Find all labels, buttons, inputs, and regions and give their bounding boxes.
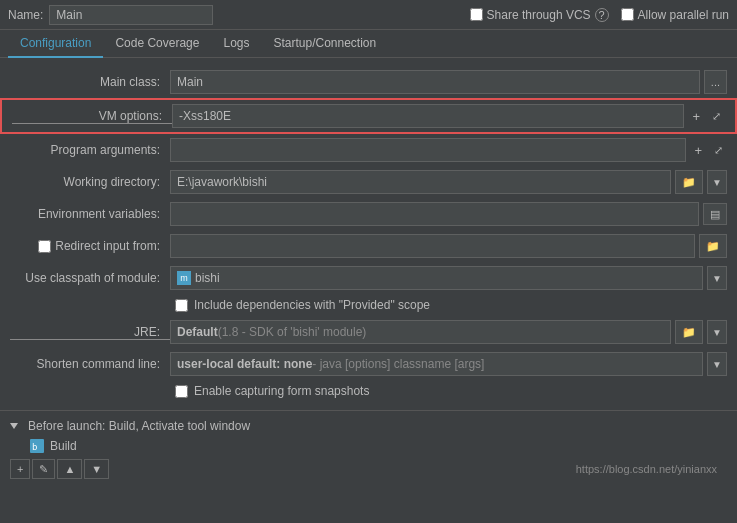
enable-capturing-label: Enable capturing form snapshots (194, 384, 369, 398)
vm-options-row: VM options: + ⤢ (0, 98, 737, 134)
footer-url: https://blog.csdn.net/yinianxx (576, 463, 717, 475)
shorten-label: Shorten command line: (10, 357, 170, 371)
before-launch-header: Before launch: Build, Activate tool wind… (0, 415, 737, 437)
jre-dropdown-button[interactable]: ▼ (707, 320, 727, 344)
jre-row: JRE: Default (1.8 - SDK of 'bishi' modul… (0, 316, 737, 348)
tabs-bar: Configuration Code Coverage Logs Startup… (0, 30, 737, 58)
bottom-tools-bar: + ✎ ▲ ▼ https://blog.csdn.net/yinianxx (0, 455, 737, 483)
main-class-input[interactable] (170, 70, 700, 94)
share-through-checkbox-label[interactable]: Share through VCS ? (470, 8, 609, 22)
svg-text:b: b (32, 442, 37, 452)
tab-startup-connection[interactable]: Startup/Connection (261, 30, 388, 58)
program-args-input[interactable] (170, 138, 686, 162)
working-dir-input-wrapper: 📁 ▼ (170, 170, 727, 194)
classpath-dropdown-button[interactable]: ▼ (707, 266, 727, 290)
main-class-label: Main class: (10, 75, 170, 89)
before-launch-section: Before launch: Build, Activate tool wind… (0, 410, 737, 487)
classpath-row: Use classpath of module: m bishi ▼ (0, 262, 737, 294)
program-args-add-button[interactable]: + (690, 141, 706, 160)
redirect-input-wrapper: 📁 (170, 234, 727, 258)
module-icon: m (177, 271, 191, 285)
env-variables-input[interactable] (170, 202, 699, 226)
move-up-button[interactable]: ▲ (57, 459, 82, 479)
env-variables-edit-button[interactable]: ▤ (703, 203, 727, 225)
classpath-select-display[interactable]: m bishi (170, 266, 703, 290)
main-class-browse-button[interactable]: ... (704, 70, 727, 94)
working-dir-folder-button[interactable]: 📁 (675, 170, 703, 194)
allow-parallel-checkbox[interactable] (621, 8, 634, 21)
before-launch-expand-icon[interactable] (10, 423, 18, 429)
include-dependencies-label: Include dependencies with "Provided" sco… (194, 298, 430, 312)
classpath-value: bishi (195, 271, 220, 285)
dialog-header: Name: Share through VCS ? Allow parallel… (0, 0, 737, 30)
build-icon: b (30, 439, 44, 453)
program-args-label: Program arguments: (10, 143, 170, 157)
env-variables-label: Environment variables: (10, 207, 170, 221)
shorten-select-display[interactable]: user-local default: none - java [options… (170, 352, 703, 376)
vm-options-expand-button[interactable]: ⤢ (708, 108, 725, 125)
edit-before-launch-button[interactable]: ✎ (32, 459, 55, 479)
redirect-input[interactable] (170, 234, 695, 258)
shorten-dropdown-button[interactable]: ▼ (707, 352, 727, 376)
redirect-checkbox-wrapper[interactable]: Redirect input from: (10, 239, 160, 253)
shorten-default-text: user-local default: none (177, 357, 312, 371)
redirect-input-row: Redirect input from: 📁 (0, 230, 737, 262)
jre-label[interactable]: JRE: (10, 325, 170, 340)
env-variables-row: Environment variables: ▤ (0, 198, 737, 230)
redirect-checkbox[interactable] (38, 240, 51, 253)
tab-logs[interactable]: Logs (211, 30, 261, 58)
share-through-checkbox[interactable] (470, 8, 483, 21)
jre-input-wrapper: Default (1.8 - SDK of 'bishi' module) 📁 … (170, 320, 727, 344)
allow-parallel-label: Allow parallel run (638, 8, 729, 22)
shorten-input-wrapper: user-local default: none - java [options… (170, 352, 727, 376)
program-args-input-wrapper: + ⤢ (170, 138, 727, 162)
working-dir-row: Working directory: 📁 ▼ (0, 166, 737, 198)
share-through-label: Share through VCS (487, 8, 591, 22)
working-dir-label: Working directory: (10, 175, 170, 189)
working-dir-input[interactable] (170, 170, 671, 194)
share-help-icon[interactable]: ? (595, 8, 609, 22)
enable-capturing-row: Enable capturing form snapshots (0, 380, 737, 402)
name-label: Name: (8, 8, 43, 22)
tab-code-coverage[interactable]: Code Coverage (103, 30, 211, 58)
program-args-expand-button[interactable]: ⤢ (710, 142, 727, 159)
header-right: Share through VCS ? Allow parallel run (470, 8, 729, 22)
include-dependencies-row: Include dependencies with "Provided" sco… (0, 294, 737, 316)
jre-select-display[interactable]: Default (1.8 - SDK of 'bishi' module) (170, 320, 671, 344)
working-dir-dropdown-button[interactable]: ▼ (707, 170, 727, 194)
enable-capturing-checkbox[interactable] (175, 385, 188, 398)
form-content: Main class: ... VM options: + ⤢ Program … (0, 58, 737, 410)
redirect-folder-button[interactable]: 📁 (699, 234, 727, 258)
shorten-row: Shorten command line: user-local default… (0, 348, 737, 380)
add-before-launch-button[interactable]: + (10, 459, 30, 479)
shorten-detail-text: - java [options] classname [args] (312, 357, 484, 371)
build-item-label: Build (50, 439, 77, 453)
main-class-row: Main class: ... (0, 66, 737, 98)
allow-parallel-checkbox-label[interactable]: Allow parallel run (621, 8, 729, 22)
vm-options-label[interactable]: VM options: (12, 109, 172, 124)
redirect-input-label: Redirect input from: (10, 239, 170, 253)
vm-options-input-wrapper: + ⤢ (172, 104, 725, 128)
main-class-input-wrapper: ... (170, 70, 727, 94)
before-launch-label: Before launch: Build, Activate tool wind… (28, 419, 250, 433)
tab-configuration[interactable]: Configuration (8, 30, 103, 58)
include-dependencies-checkbox[interactable] (175, 299, 188, 312)
jre-detail-text: (1.8 - SDK of 'bishi' module) (218, 325, 367, 339)
jre-folder-button[interactable]: 📁 (675, 320, 703, 344)
move-down-button[interactable]: ▼ (84, 459, 109, 479)
name-input[interactable] (49, 5, 213, 25)
build-list-item: b Build (0, 437, 737, 455)
program-args-row: Program arguments: + ⤢ (0, 134, 737, 166)
classpath-label: Use classpath of module: (10, 271, 170, 285)
vm-options-add-button[interactable]: + (688, 107, 704, 126)
env-variables-input-wrapper: ▤ (170, 202, 727, 226)
classpath-input-wrapper: m bishi ▼ (170, 266, 727, 290)
vm-options-input[interactable] (172, 104, 684, 128)
jre-default-text: Default (177, 325, 218, 339)
